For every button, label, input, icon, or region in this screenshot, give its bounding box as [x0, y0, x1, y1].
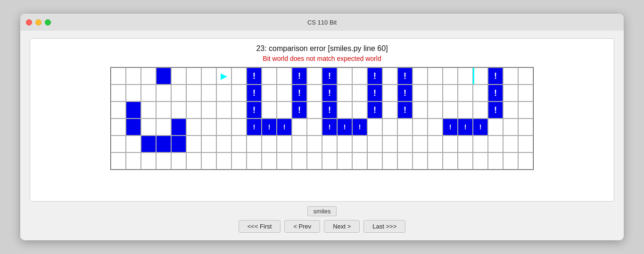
- cell-r4-c6: [201, 135, 216, 152]
- cell-r3-c12: [292, 119, 307, 135]
- cell-r1-c17: !: [367, 85, 382, 102]
- cell-r4-c21: [428, 135, 443, 152]
- cell-r1-c2: [141, 85, 156, 102]
- cell-r5-c11: [277, 152, 292, 169]
- window-title: CS 110 Bit: [307, 19, 337, 26]
- cell-r5-c27: [518, 152, 533, 169]
- close-button[interactable]: [26, 19, 32, 25]
- cell-r1-c10: [262, 85, 277, 102]
- cell-r0-c2: [141, 68, 156, 85]
- cell-r3-c3: [156, 119, 171, 135]
- minimize-button[interactable]: [35, 19, 41, 25]
- cell-r5-c4: [171, 152, 186, 169]
- cell-r4-c17: [367, 135, 382, 152]
- cell-r5-c18: [382, 152, 397, 169]
- cell-r1-c20: [413, 85, 428, 102]
- cell-r4-c3: [156, 135, 171, 152]
- cell-r3-c6: [201, 119, 216, 135]
- cell-r0-c1: [126, 68, 141, 85]
- cell-r3-c10: !: [262, 119, 277, 135]
- cell-r5-c8: [231, 152, 247, 169]
- cell-r4-c10: [262, 135, 277, 152]
- first-button[interactable]: <<< First: [239, 220, 281, 233]
- cell-r0-c10: [262, 68, 277, 85]
- cell-r5-c7: [216, 152, 231, 169]
- cell-r0-c12: !: [292, 68, 307, 85]
- cell-r5-c2: [141, 152, 156, 169]
- cell-r2-c4: [171, 102, 186, 119]
- cell-r1-c13: [307, 85, 322, 102]
- cell-r1-c27: [518, 85, 533, 102]
- cell-r5-c15: [337, 152, 352, 169]
- cell-r2-c22: [443, 102, 458, 119]
- cell-r3-c26: [503, 119, 518, 135]
- cell-r5-c24: [473, 152, 488, 169]
- cell-r0-c21: [428, 68, 443, 85]
- cell-r3-c25: [488, 119, 503, 135]
- cell-r4-c12: [292, 135, 307, 152]
- cell-r1-c19: !: [397, 85, 413, 102]
- cell-r2-c5: [186, 102, 201, 119]
- cell-r2-c11: [277, 102, 292, 119]
- maximize-button[interactable]: [45, 19, 51, 25]
- cell-r0-c17: !: [367, 68, 382, 85]
- cell-r3-c1: [126, 119, 141, 135]
- next-button[interactable]: Next >: [324, 220, 360, 233]
- cell-r4-c0: [111, 135, 126, 152]
- cell-r4-c16: [352, 135, 367, 152]
- cell-r1-c18: [382, 85, 397, 102]
- cell-r2-c13: [307, 102, 322, 119]
- cell-r1-c23: [458, 85, 473, 102]
- error-title: 23: comparison error [smiles.py line 60]: [256, 44, 388, 53]
- cell-r0-c14: !: [322, 68, 337, 85]
- cell-r2-c12: !: [292, 102, 307, 119]
- cell-r4-c5: [186, 135, 201, 152]
- cell-r4-c25: [488, 135, 503, 152]
- cell-r1-c24: [473, 85, 488, 102]
- cell-r3-c14: !: [322, 119, 337, 135]
- cell-r5-c9: [247, 152, 262, 169]
- cell-r3-c9: !: [247, 119, 262, 135]
- cell-r3-c0: [111, 119, 126, 135]
- cell-r4-c23: [458, 135, 473, 152]
- cell-r1-c22: [443, 85, 458, 102]
- cell-r3-c13: [307, 119, 322, 135]
- cell-r0-c20: [413, 68, 428, 85]
- cell-r2-c6: [201, 102, 216, 119]
- titlebar: CS 110 Bit: [20, 14, 624, 31]
- cell-r0-c6: [201, 68, 216, 85]
- cell-r4-c8: [231, 135, 247, 152]
- cell-r3-c7: [216, 119, 231, 135]
- cell-r3-c20: [413, 119, 428, 135]
- app-window: CS 110 Bit 23: comparison error [smiles.…: [20, 14, 624, 240]
- prev-button[interactable]: < Prev: [284, 220, 320, 233]
- cell-r5-c21: [428, 152, 443, 169]
- cell-r0-c13: [307, 68, 322, 85]
- cell-r2-c25: !: [488, 102, 503, 119]
- cell-r1-c3: [156, 85, 171, 102]
- cell-r1-c8: [231, 85, 247, 102]
- cell-r0-c9: !: [247, 68, 262, 85]
- last-button[interactable]: Last >>>: [363, 220, 405, 233]
- cell-r5-c23: [458, 152, 473, 169]
- cell-r2-c27: [518, 102, 533, 119]
- cell-r5-c6: [201, 152, 216, 169]
- cell-r0-c16: [352, 68, 367, 85]
- cell-r3-c4: [171, 119, 186, 135]
- cell-r3-c23: !: [458, 119, 473, 135]
- cell-r4-c14: [322, 135, 337, 152]
- cell-r4-c27: [518, 135, 533, 152]
- cell-r2-c2: [141, 102, 156, 119]
- cell-r2-c23: [458, 102, 473, 119]
- cell-r1-c7: [216, 85, 231, 102]
- cell-r0-c3: [156, 68, 171, 85]
- cell-r3-c18: [382, 119, 397, 135]
- cell-r2-c26: [503, 102, 518, 119]
- cell-r3-c8: [231, 119, 247, 135]
- cell-r4-c18: [382, 135, 397, 152]
- cell-r4-c22: [443, 135, 458, 152]
- cell-r0-c19: !: [397, 68, 413, 85]
- nav-buttons: <<< First < Prev Next > Last >>>: [239, 220, 406, 233]
- cell-r1-c6: [201, 85, 216, 102]
- cell-r3-c21: [428, 119, 443, 135]
